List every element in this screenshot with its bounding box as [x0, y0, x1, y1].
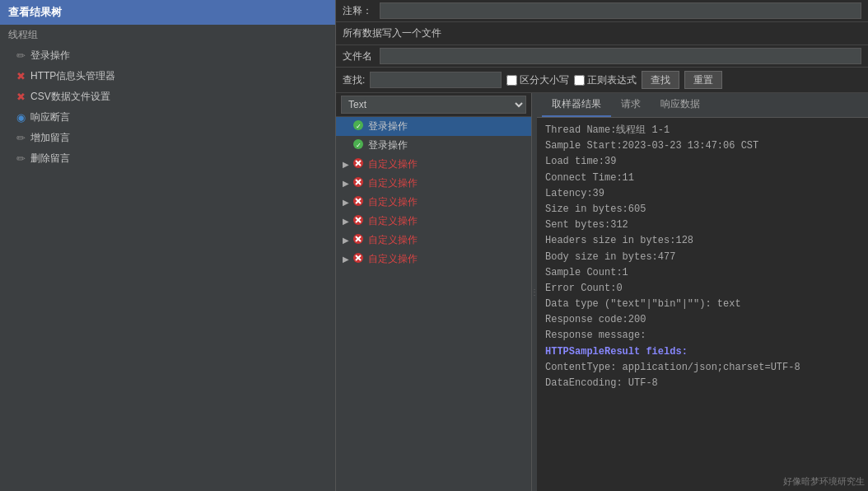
expand-arrow-icon[interactable]: ▶: [343, 217, 352, 226]
detail-line-sent-bytes: Sent bytes:312: [545, 217, 860, 233]
sidebar-item-login-action[interactable]: ✏登录操作: [0, 45, 335, 66]
error-icon: [352, 214, 364, 228]
detail-line-thread-name: Thread Name:线程组 1-1: [545, 123, 860, 138]
detail-line-headers-size: Headers size in bytes:128: [545, 233, 860, 249]
tree-item-label: 登录操作: [368, 119, 408, 133]
tree-list: ✓登录操作 ✓登录操作▶自定义操作▶自定义操作▶自定义操作▶自定义操作▶自定义操…: [336, 117, 531, 491]
success-icon: ✓: [352, 119, 364, 133]
detail-line-response-message: Response message:: [545, 328, 860, 344]
detail-line-latency: Latency:39: [545, 186, 860, 202]
tree-item-label: 自定义操作: [368, 195, 418, 209]
detail-content: Thread Name:线程组 1-1Sample Start:2023-03-…: [537, 118, 868, 491]
comment-label: 注释：: [343, 4, 380, 18]
error-icon: [352, 157, 364, 171]
expand-arrow-icon[interactable]: ▶: [343, 255, 352, 264]
sidebar-item-label: 登录操作: [30, 49, 70, 63]
tab-request[interactable]: 请求: [611, 93, 651, 117]
tree-format-dropdown[interactable]: Text HTML JSON XML: [341, 96, 526, 114]
sidebar-item-label: 增加留言: [30, 131, 70, 145]
tab-sampler-result[interactable]: 取样器结果: [542, 93, 611, 117]
detail-line-response-code: Response code:200: [545, 312, 860, 328]
error-icon: [352, 195, 364, 209]
tree-item-login1[interactable]: ✓登录操作: [336, 117, 531, 136]
gear-icon: ✖: [16, 70, 26, 82]
tree-item-err1[interactable]: ▶自定义操作: [336, 155, 531, 174]
error-icon: [352, 233, 364, 247]
sidebar-item-label: 删除留言: [30, 152, 70, 166]
sidebar-item-label: 响应断言: [30, 110, 70, 124]
sidebar-group-label: 线程组: [0, 25, 335, 45]
tree-item-login2[interactable]: ✓登录操作: [336, 136, 531, 155]
user-icon: ◉: [16, 111, 26, 124]
sidebar-item-label: CSV数据文件设置: [30, 90, 110, 104]
regex-label[interactable]: 正则表达式: [574, 73, 637, 87]
delete-icon: ✏: [16, 152, 26, 165]
tree-item-label: 自定义操作: [368, 252, 418, 266]
tree-item-label: 自定义操作: [368, 176, 418, 190]
tree-item-err3[interactable]: ▶自定义操作: [336, 193, 531, 212]
expand-arrow-icon[interactable]: ▶: [343, 236, 352, 245]
detail-line-data-type: Data type ("text"|"bin"|""): text: [545, 297, 860, 312]
filename-row: 文件名: [336, 45, 868, 68]
case-sensitive-label[interactable]: 区分大小写: [506, 73, 569, 87]
detail-line-error-count: Error Count:0: [545, 281, 860, 297]
all-data-row: 所有数据写入一个文件: [336, 22, 868, 45]
detail-line-sample-count: Sample Count:1: [545, 265, 860, 281]
success-icon: ✓: [352, 138, 364, 152]
svg-text:✓: ✓: [356, 123, 362, 130]
error-icon: [352, 252, 364, 266]
find-button[interactable]: 查找: [642, 71, 679, 89]
tree-item-label: 自定义操作: [368, 214, 418, 228]
comment-input[interactable]: [380, 2, 861, 19]
sidebar-item-csv-data[interactable]: ✖CSV数据文件设置: [0, 87, 335, 107]
sidebar-item-http-header[interactable]: ✖HTTP信息头管理器: [0, 66, 335, 87]
detail-panel: 取样器结果请求响应数据 Thread Name:线程组 1-1Sample St…: [537, 93, 868, 491]
error-icon: [352, 176, 364, 190]
all-data-label: 所有数据写入一个文件: [343, 25, 441, 42]
detail-tabs: 取样器结果请求响应数据: [537, 93, 868, 118]
tree-item-label: 自定义操作: [368, 157, 418, 171]
tree-toolbar: Text HTML JSON XML: [336, 93, 531, 117]
gear-icon: ✖: [16, 91, 26, 103]
sidebar-item-label: HTTP信息头管理器: [30, 69, 115, 83]
regex-checkbox[interactable]: [574, 75, 585, 86]
expand-arrow-icon[interactable]: ▶: [343, 160, 352, 169]
tree-item-label: 登录操作: [368, 138, 408, 152]
detail-line-size-bytes: Size in bytes:605: [545, 202, 860, 217]
tree-panel: Text HTML JSON XML ✓登录操作 ✓登录操作▶自定义操作▶自定义…: [336, 93, 532, 491]
detail-line-http-fields: HTTPSampleResult fields:: [545, 344, 860, 360]
tree-item-err4[interactable]: ▶自定义操作: [336, 212, 531, 231]
sidebar-item-add-comment[interactable]: ✏增加留言: [0, 128, 335, 148]
detail-line-load-time: Load time:39: [545, 154, 860, 170]
tree-item-label: 自定义操作: [368, 233, 418, 247]
sidebar: 查看结果树 线程组 ✏登录操作✖HTTP信息头管理器✖CSV数据文件设置◉响应断…: [0, 0, 336, 491]
tree-item-err5[interactable]: ▶自定义操作: [336, 231, 531, 250]
filename-input[interactable]: [380, 48, 861, 64]
detail-line-sample-start: Sample Start:2023-03-23 13:47:06 CST: [545, 138, 860, 154]
reset-button[interactable]: 重置: [684, 71, 722, 89]
detail-line-content-type: ContentType: application/json;charset=UT…: [545, 360, 860, 376]
sidebar-items: ✏登录操作✖HTTP信息头管理器✖CSV数据文件设置◉响应断言✏增加留言✏删除留…: [0, 45, 335, 169]
search-label: 查找:: [343, 73, 365, 87]
right-panel: 注释： 所有数据写入一个文件 文件名 查找: 区分大小写 正则表达式 查找 重置…: [336, 0, 868, 491]
tree-item-err6[interactable]: ▶自定义操作: [336, 250, 531, 269]
add-icon: ✏: [16, 132, 26, 144]
results-container: Text HTML JSON XML ✓登录操作 ✓登录操作▶自定义操作▶自定义…: [336, 93, 868, 491]
sidebar-selected-item[interactable]: 查看结果树: [0, 0, 335, 25]
search-input[interactable]: [370, 72, 502, 88]
detail-line-connect-time: Connect Time:11: [545, 171, 860, 186]
search-row: 查找: 区分大小写 正则表达式 查找 重置: [336, 68, 868, 93]
svg-text:✓: ✓: [356, 142, 362, 149]
detail-line-data-encoding: DataEncoding: UTF-8: [545, 376, 860, 391]
tree-item-err2[interactable]: ▶自定义操作: [336, 174, 531, 193]
comment-row: 注释：: [336, 0, 868, 22]
detail-line-body-size: Body size in bytes:477: [545, 250, 860, 265]
sidebar-item-response-assertion[interactable]: ◉响应断言: [0, 107, 335, 128]
pencil-icon: ✏: [16, 49, 26, 62]
expand-arrow-icon[interactable]: ▶: [343, 198, 352, 207]
case-sensitive-checkbox[interactable]: [506, 75, 517, 86]
sidebar-item-delete-comment[interactable]: ✏删除留言: [0, 148, 335, 169]
tab-response-data[interactable]: 响应数据: [651, 93, 710, 117]
filename-label: 文件名: [343, 49, 380, 63]
expand-arrow-icon[interactable]: ▶: [343, 179, 352, 188]
